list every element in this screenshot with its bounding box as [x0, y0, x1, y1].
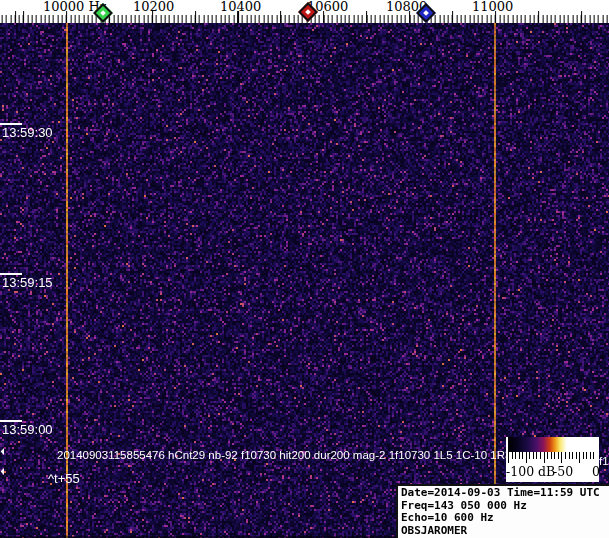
- observation-info-box: Date=2014-09-03 Time=11:59 UTC Freq=143 …: [396, 484, 609, 538]
- colorbar-gradient: [508, 437, 597, 452]
- intensity-colorbar: -100 dB -50 0: [506, 437, 599, 482]
- marker-center-dot: [423, 10, 429, 16]
- time-offset-marker: ^t+55: [48, 472, 80, 485]
- time-label: 13:59:00: [2, 423, 53, 437]
- spectrogram-app-window: 10000 Hz 10200 10400 10600 10800 11000 1…: [0, 0, 609, 538]
- event-annotation-text: 20140903115855476 hCnt29 nb-92 f10730 hi…: [57, 449, 534, 462]
- colorbar-major-ticks: [508, 452, 597, 463]
- time-label: 13:59:15: [2, 276, 53, 290]
- marker-center-dot: [305, 9, 311, 15]
- info-date-time: Date=2014-09-03 Time=11:59 UTC: [401, 487, 609, 500]
- info-station: OBSJAROMER: [401, 525, 609, 538]
- colorbar-label-mid: -50: [553, 465, 573, 479]
- time-label: 13:59:30: [2, 126, 53, 140]
- colorbar-label-min: -100 dB: [506, 465, 555, 479]
- marker-center-dot: [100, 10, 106, 16]
- info-echo: Echo=10 600 Hz: [401, 512, 609, 525]
- event-annotation-tail: f1: [599, 455, 609, 468]
